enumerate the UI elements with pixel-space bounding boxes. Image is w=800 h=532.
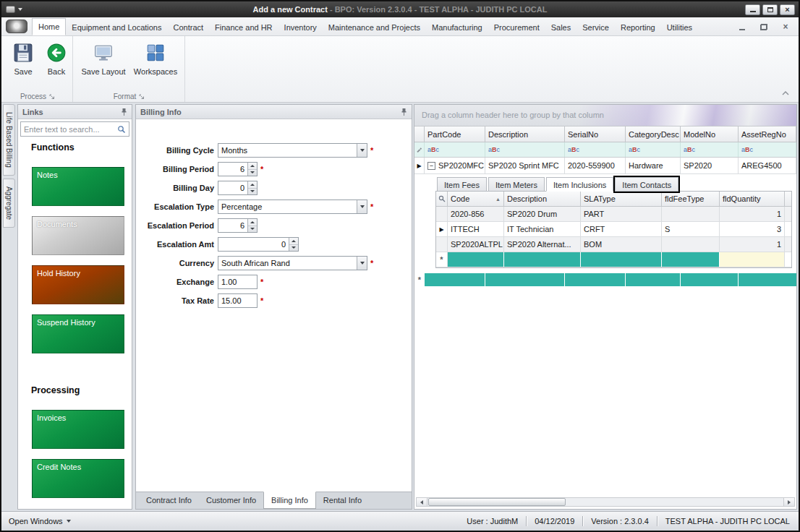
filter-modelno[interactable]: aBc: [681, 142, 739, 157]
spin-up-icon[interactable]: [289, 238, 298, 245]
tab-service[interactable]: Service: [576, 20, 615, 35]
scrollbar-track[interactable]: [427, 498, 783, 506]
filter-assetregno[interactable]: aBc: [739, 142, 796, 157]
column-header-categorydesc[interactable]: CategoryDesc: [626, 126, 681, 142]
save-layout-button[interactable]: Save Layout: [78, 39, 129, 90]
app-menu-button[interactable]: [6, 20, 27, 33]
hold-history-button[interactable]: Hold History: [32, 265, 124, 304]
spinner-buttons[interactable]: [289, 238, 298, 251]
tab-life-based-billing[interactable]: Life Based Billing: [3, 104, 15, 176]
detail-search-icon[interactable]: [436, 192, 448, 206]
chevron-down-icon[interactable]: [357, 257, 367, 270]
tab-maintenance-and-projects[interactable]: Maintenance and Projects: [323, 20, 426, 35]
tab-customer-info[interactable]: Customer Info: [199, 492, 263, 509]
tab-billing-info[interactable]: Billing Info: [263, 492, 316, 509]
tab-procurement[interactable]: Procurement: [488, 20, 545, 35]
column-header-fldquantity[interactable]: fldQuantity: [720, 192, 785, 206]
filter-partcode[interactable]: aBc: [425, 142, 485, 157]
new-cell-assetregno[interactable]: [739, 273, 796, 286]
column-header-partcode[interactable]: PartCode: [425, 126, 485, 142]
table-row[interactable]: ▶ −SP2020MFC SP2020 Sprint MFC 2020-5599…: [414, 158, 796, 174]
spin-down-icon[interactable]: [289, 245, 298, 252]
new-cell-description[interactable]: [485, 273, 565, 286]
group-by-panel[interactable]: Drag a column header here to group by th…: [414, 105, 796, 126]
maximize-button[interactable]: [762, 4, 778, 15]
spinner-buttons[interactable]: [247, 163, 257, 176]
grid-new-row[interactable]: *: [414, 273, 796, 286]
escalation-period-stepper[interactable]: 6: [218, 218, 258, 233]
spinner-buttons[interactable]: [247, 219, 257, 232]
spin-down-icon[interactable]: [248, 189, 257, 195]
chevron-down-icon[interactable]: [357, 144, 367, 157]
column-header-detail-description[interactable]: Description: [504, 192, 581, 206]
chevron-down-icon[interactable]: [357, 200, 367, 213]
dialog-launcher-icon[interactable]: [49, 94, 55, 100]
escalation-type-select[interactable]: Percentage: [218, 200, 367, 214]
spin-down-icon[interactable]: [248, 170, 257, 176]
escalation-amt-stepper[interactable]: 0: [218, 237, 299, 252]
invoices-button[interactable]: Invoices: [32, 410, 124, 449]
tab-manufacturing[interactable]: Manufacturing: [426, 20, 488, 35]
pin-icon[interactable]: [401, 108, 407, 116]
column-header-slatype[interactable]: SLAType: [581, 192, 662, 206]
spinner-buttons[interactable]: [247, 181, 257, 194]
quick-access-caret-icon[interactable]: [18, 8, 22, 11]
new-cell-fldfeetype[interactable]: [662, 252, 720, 267]
spin-up-icon[interactable]: [248, 181, 257, 189]
spin-up-icon[interactable]: [248, 163, 257, 170]
documents-button[interactable]: Documents: [32, 216, 124, 255]
column-header-modelno[interactable]: ModelNo: [681, 126, 739, 142]
notes-button[interactable]: Notes: [32, 167, 124, 206]
tab-item-meters[interactable]: Item Meters: [488, 177, 545, 192]
tab-rental-info[interactable]: Rental Info: [316, 492, 369, 509]
open-windows-button[interactable]: Open Windows: [9, 517, 71, 525]
tab-aggregate[interactable]: Aggregate: [3, 179, 15, 228]
tab-equipment-and-locations[interactable]: Equipment and Locations: [66, 20, 167, 35]
horizontal-scrollbar[interactable]: [416, 497, 795, 507]
column-header-code[interactable]: Code▲: [448, 192, 504, 206]
column-header-serialno[interactable]: SerialNo: [565, 126, 626, 142]
tab-contract[interactable]: Contract: [168, 20, 210, 35]
close-button[interactable]: ×: [780, 4, 795, 15]
exchange-field[interactable]: 1.00: [218, 275, 258, 289]
tab-sales[interactable]: Sales: [545, 20, 577, 35]
tax-rate-field[interactable]: 15.00: [218, 293, 258, 308]
new-cell-fldquantity[interactable]: [720, 252, 785, 267]
spin-up-icon[interactable]: [248, 219, 257, 226]
billing-day-stepper[interactable]: 0: [218, 181, 258, 195]
links-search[interactable]: [20, 121, 129, 137]
search-input[interactable]: [21, 125, 117, 134]
filter-description[interactable]: aBc: [485, 142, 565, 157]
new-cell-categorydesc[interactable]: [626, 273, 681, 286]
scroll-left-icon[interactable]: [417, 498, 427, 506]
tab-reporting[interactable]: Reporting: [615, 20, 661, 35]
column-header-fldfeetype[interactable]: fldFeeType: [662, 192, 720, 206]
column-header-description[interactable]: Description: [485, 126, 565, 142]
search-icon[interactable]: [117, 125, 129, 134]
suspend-history-button[interactable]: Suspend History: [32, 314, 124, 353]
save-button[interactable]: Save: [4, 39, 42, 90]
column-header-assetregno[interactable]: AssetRegNo: [739, 126, 796, 142]
table-row[interactable]: ▶ ITTECH IT Technician CRFT S 3: [436, 222, 791, 237]
mdi-close-button[interactable]: ×: [780, 22, 791, 32]
credit-notes-button[interactable]: Credit Notes: [32, 459, 124, 498]
tab-item-inclusions[interactable]: Item Inclusions: [546, 177, 613, 192]
mdi-restore-button[interactable]: [758, 22, 770, 32]
tab-finance-and-hr[interactable]: Finance and HR: [209, 20, 278, 35]
new-cell-description[interactable]: [504, 252, 581, 267]
tab-item-fees[interactable]: Item Fees: [437, 177, 487, 192]
spin-down-icon[interactable]: [248, 226, 257, 233]
billing-cycle-select[interactable]: Months: [218, 143, 367, 158]
pin-icon[interactable]: [121, 108, 127, 116]
new-cell-slatype[interactable]: [581, 252, 662, 267]
detail-new-row[interactable]: *: [436, 252, 791, 267]
scroll-right-icon[interactable]: [783, 498, 794, 506]
new-cell-partcode[interactable]: [425, 273, 485, 286]
collapse-ribbon-icon[interactable]: [781, 89, 790, 98]
tab-item-contacts[interactable]: Item Contacts: [615, 177, 678, 192]
tab-utilities[interactable]: Utilities: [661, 20, 698, 35]
minimize-button[interactable]: [745, 4, 760, 15]
tab-contract-info[interactable]: Contract Info: [139, 492, 199, 509]
tab-home[interactable]: Home: [32, 18, 66, 35]
currency-select[interactable]: South African Rand: [218, 256, 367, 270]
